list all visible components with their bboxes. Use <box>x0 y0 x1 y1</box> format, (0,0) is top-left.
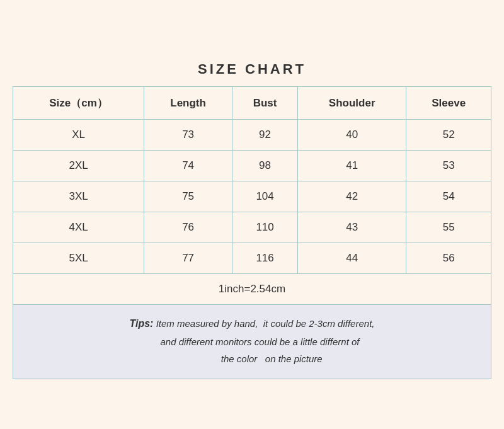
table-row: XL73924052 <box>13 120 491 151</box>
table-cell: 74 <box>144 151 232 181</box>
table-cell: 76 <box>144 212 232 243</box>
table-cell: 77 <box>144 243 232 274</box>
chart-title: SIZE CHART <box>13 50 491 86</box>
table-cell: 2XL <box>13 151 144 181</box>
table-cell: 53 <box>406 151 491 181</box>
table-header-cell: Size（cm） <box>13 87 144 120</box>
table-cell: 43 <box>298 212 406 243</box>
table-cell: 4XL <box>13 212 144 243</box>
table-cell: 73 <box>144 120 232 151</box>
table-cell: 52 <box>406 120 491 151</box>
table-header-cell: Shoulder <box>298 87 406 120</box>
table-header-cell: Sleeve <box>406 87 491 120</box>
size-chart-container: SIZE CHART Size（cm）LengthBustShoulderSle… <box>13 50 491 379</box>
tips-label: Tips: <box>130 318 154 329</box>
table-cell: 54 <box>406 181 491 212</box>
table-cell: 41 <box>298 151 406 181</box>
size-table: Size（cm）LengthBustShoulderSleeve XL73924… <box>13 86 491 305</box>
table-cell: 110 <box>232 212 298 243</box>
table-header-cell: Bust <box>232 87 298 120</box>
note-cell: 1inch=2.54cm <box>13 274 491 305</box>
table-cell: 55 <box>406 212 491 243</box>
table-cell: 5XL <box>13 243 144 274</box>
table-row: 2XL74984153 <box>13 151 491 181</box>
table-cell: 3XL <box>13 181 144 212</box>
table-header-cell: Length <box>144 87 232 120</box>
table-cell: 98 <box>232 151 298 181</box>
table-row: 5XL771164456 <box>13 243 491 274</box>
note-row: 1inch=2.54cm <box>13 274 491 305</box>
table-header-row: Size（cm）LengthBustShoulderSleeve <box>13 87 491 120</box>
table-cell: 42 <box>298 181 406 212</box>
table-cell: 75 <box>144 181 232 212</box>
table-cell: 44 <box>298 243 406 274</box>
table-row: 4XL761104355 <box>13 212 491 243</box>
table-cell: 116 <box>232 243 298 274</box>
table-cell: 56 <box>406 243 491 274</box>
table-cell: 104 <box>232 181 298 212</box>
tips-section: Tips: Item measured by hand, it could be… <box>13 305 491 379</box>
tips-text: Item measured by hand, it could be 2-3cm… <box>144 318 374 364</box>
table-cell: 92 <box>232 120 298 151</box>
table-cell: 40 <box>298 120 406 151</box>
table-cell: XL <box>13 120 144 151</box>
table-row: 3XL751044254 <box>13 181 491 212</box>
